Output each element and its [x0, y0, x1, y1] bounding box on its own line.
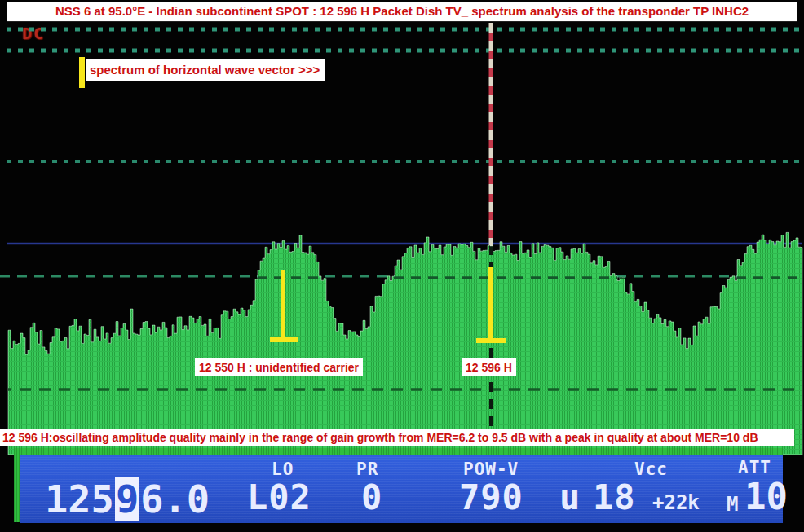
k22-value: +22k: [652, 491, 700, 514]
frequency-cursor-digit[interactable]: 9: [115, 477, 139, 521]
vcc-value[interactable]: 18: [593, 477, 636, 517]
panel-green-strip-top: [14, 448, 783, 455]
pow-unit: u: [559, 477, 581, 517]
spectrum-trace: [8, 232, 802, 455]
pr-label: PR: [356, 459, 378, 479]
bottom-note-band: 12 596 H:oscillating amplitude quality m…: [0, 429, 794, 446]
bottom-note-text: 12 596 H:oscillating amplitude quality m…: [0, 429, 794, 446]
pow-v-label: POW-V: [463, 459, 519, 479]
frequency-left-digits: 125: [45, 477, 114, 521]
pr-value[interactable]: 0: [361, 477, 382, 517]
lo-label: LO: [272, 459, 294, 479]
marker-12550-label: 12 550 H : unidentified carrier: [195, 358, 363, 376]
wave-vector-label: spectrum of horizontal wave vector >>>: [86, 59, 325, 81]
vcc-label: Vcc: [634, 459, 668, 479]
marker-12596-label: 12 596 H: [462, 358, 516, 376]
panel-green-strip-left: [14, 455, 20, 522]
frequency-right-digits: 6.0: [140, 477, 210, 521]
analyzer-screen: NSS 6 at 95.0°E - Indian subcontinent SP…: [0, 0, 804, 532]
pow-v-value[interactable]: 790: [459, 477, 523, 517]
frequency-readout[interactable]: 12596.0: [45, 477, 210, 521]
lo-value[interactable]: L02: [247, 477, 311, 517]
att-value[interactable]: 10: [744, 476, 788, 517]
att-prefix: M: [727, 493, 738, 516]
wave-vector-pointer: [79, 57, 85, 88]
att-label: ATT: [738, 458, 771, 477]
